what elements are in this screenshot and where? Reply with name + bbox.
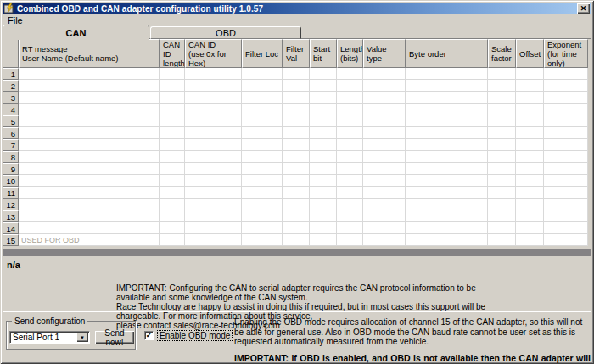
table-cell[interactable] [242,151,283,163]
table-cell[interactable] [516,68,544,80]
table-cell[interactable] [185,163,242,175]
table-cell[interactable] [406,68,488,80]
table-cell[interactable] [516,187,544,199]
table-cell[interactable] [185,210,242,222]
table-cell[interactable] [406,199,488,210]
table-cell[interactable] [283,80,310,92]
table-cell[interactable] [283,115,310,127]
table-cell[interactable] [337,115,363,127]
table-cell[interactable] [363,80,406,92]
table-cell[interactable] [544,187,588,199]
table-cell[interactable] [337,187,363,199]
table-cell[interactable] [363,104,406,115]
table-cell[interactable] [185,127,242,139]
serial-port-select[interactable]: Serial Port 1 ▼ [9,331,90,344]
table-cell[interactable] [488,163,516,175]
table-cell[interactable] [337,210,363,222]
table-cell[interactable] [363,222,406,234]
table-cell[interactable] [544,80,588,92]
table-cell[interactable] [283,222,310,234]
table-cell[interactable] [337,234,363,246]
table-cell[interactable] [310,199,337,210]
table-cell[interactable] [488,80,516,92]
table-cell[interactable] [337,104,363,115]
table-cell[interactable] [160,115,185,127]
table-cell[interactable] [363,210,406,222]
table-cell[interactable] [406,234,488,246]
table-cell[interactable] [19,80,160,92]
table-cell[interactable] [310,127,337,139]
table-cell[interactable] [160,234,185,246]
table-cell[interactable] [19,210,160,222]
table-cell[interactable] [406,139,488,151]
table-cell[interactable] [310,175,337,187]
table-cell[interactable] [488,210,516,222]
table-cell[interactable] [283,175,310,187]
table-cell[interactable] [242,163,283,175]
table-cell[interactable] [516,234,544,246]
enable-obd-checkbox[interactable]: ✓ Enable OBD mode [144,330,233,341]
table-cell[interactable] [310,163,337,175]
table-cell[interactable] [185,187,242,199]
table-cell[interactable] [310,104,337,115]
table-cell[interactable] [283,234,310,246]
table-cell[interactable] [406,92,488,104]
table-cell[interactable] [19,139,160,151]
table-cell[interactable] [363,68,406,80]
table-cell[interactable] [363,151,406,163]
table-cell[interactable] [363,115,406,127]
table-cell[interactable] [544,163,588,175]
table-cell[interactable] [544,175,588,187]
table-cell[interactable] [19,199,160,210]
table-cell[interactable] [310,92,337,104]
table-cell[interactable] [406,210,488,222]
table-cell[interactable] [516,115,544,127]
table-cell[interactable] [19,92,160,104]
table-cell[interactable] [516,222,544,234]
table-cell[interactable] [185,68,242,80]
table-cell[interactable] [185,199,242,210]
table-cell[interactable] [160,163,185,175]
table-cell[interactable] [242,175,283,187]
table-cell[interactable] [185,104,242,115]
tab-obd[interactable]: OBD [150,26,301,39]
menu-file[interactable]: File [3,15,28,25]
table-cell[interactable] [516,139,544,151]
table-cell[interactable] [160,175,185,187]
table-cell[interactable] [337,68,363,80]
table-cell[interactable] [544,234,588,246]
table-cell[interactable] [363,175,406,187]
table-cell[interactable] [185,234,242,246]
table-cell[interactable] [516,104,544,115]
table-cell[interactable] [516,210,544,222]
table-cell[interactable] [310,115,337,127]
table-cell[interactable] [242,92,283,104]
table-cell[interactable] [516,151,544,163]
table-cell[interactable] [242,115,283,127]
table-cell[interactable] [185,92,242,104]
table-cell[interactable] [544,92,588,104]
table-cell[interactable] [19,104,160,115]
table-cell[interactable] [363,199,406,210]
table-cell[interactable] [283,151,310,163]
table-cell[interactable] [406,104,488,115]
table-cell[interactable] [488,222,516,234]
table-cell[interactable] [516,175,544,187]
table-cell[interactable] [310,187,337,199]
table-cell[interactable] [19,127,160,139]
table-cell[interactable] [160,139,185,151]
table-cell[interactable] [337,92,363,104]
table-cell[interactable] [363,92,406,104]
table-cell[interactable] [242,187,283,199]
table-cell[interactable] [160,68,185,80]
table-cell[interactable] [283,210,310,222]
table-cell[interactable] [406,187,488,199]
table-cell[interactable] [337,199,363,210]
table-horizontal-scrollbar[interactable] [3,249,591,256]
table-cell[interactable] [337,163,363,175]
table-cell[interactable] [242,127,283,139]
table-cell[interactable] [310,80,337,92]
table-cell[interactable] [406,151,488,163]
table-cell[interactable] [488,151,516,163]
table-cell[interactable] [160,187,185,199]
